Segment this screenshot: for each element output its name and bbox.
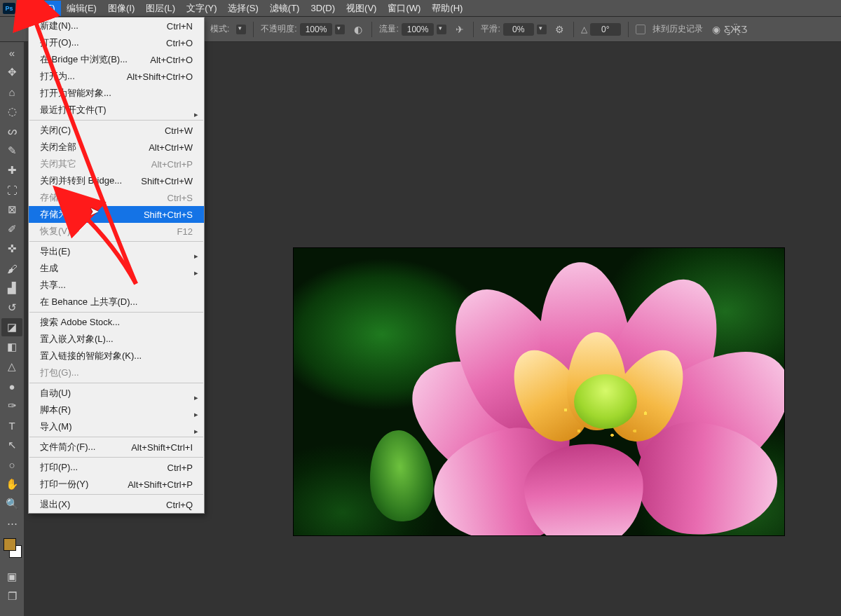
file-menu-item-4[interactable]: 打开为智能对象... <box>29 85 204 102</box>
menu-item-label: 搜索 Adobe Stock... <box>40 316 120 329</box>
file-menu-item-26[interactable]: 脚本(R) <box>29 402 204 418</box>
file-menu-item-5[interactable]: 最近打开文件(T) <box>29 102 204 118</box>
menu-item-label: 在 Behance 上共享(D)... <box>40 296 137 308</box>
tool-path[interactable]: ↖ <box>1 436 22 454</box>
file-menu-item-3[interactable]: 打开为...Alt+Shift+Ctrl+O <box>29 68 204 85</box>
pressure-size-icon[interactable]: ◉ <box>710 23 723 36</box>
menu-item-label: 文件简介(F)... <box>40 441 95 453</box>
smooth-label: 平滑: <box>481 23 500 35</box>
menu-view[interactable]: 视图(V) <box>341 1 382 16</box>
pressure-opacity-icon[interactable]: ◐ <box>352 23 364 36</box>
color-swatches[interactable] <box>2 538 22 558</box>
menu-select[interactable]: 选择(S) <box>222 1 264 16</box>
flow-dropdown[interactable] <box>437 25 446 34</box>
tool-eyedropper[interactable]: ✐ <box>1 220 22 238</box>
file-menu-item-20[interactable]: 搜索 Adobe Stock... <box>29 314 204 331</box>
menu-item-label: 导出(E) <box>40 245 70 258</box>
menu-file[interactable]: 文件(F) <box>20 1 61 16</box>
tool-eraser[interactable]: ◪ <box>1 318 22 336</box>
tool-heal[interactable]: ✚ <box>1 161 22 179</box>
toolbox: « ✥ ⌂ ◌ ᔕ ✎ ✚ ⛶ ⊠ ✐ ✜ 🖌 ▟ ↺ ◪ ◧ △ ● ✑ T … <box>0 42 24 605</box>
screenmode-icon[interactable]: ❐ <box>1 587 22 605</box>
menu-3d[interactable]: 3D(D) <box>305 1 341 15</box>
tool-lasso[interactable]: ᔕ <box>1 122 22 140</box>
menu-item-shortcut: Shift+Ctrl+S <box>144 210 193 220</box>
menu-item-shortcut: Ctrl+S <box>167 193 193 203</box>
mode-label: 模式: <box>210 23 229 35</box>
tool-paint[interactable]: 🖌 <box>1 259 22 278</box>
file-menu-item-1[interactable]: 打开(O)...Ctrl+O <box>29 34 204 51</box>
opacity-value[interactable]: 100% <box>300 23 333 36</box>
file-menu-item-15[interactable]: 导出(E) <box>29 243 204 260</box>
menu-type[interactable]: 文字(Y) <box>181 1 222 16</box>
smooth-gear-icon[interactable]: ⚙ <box>554 23 566 36</box>
menu-item-label: 共享... <box>40 279 66 292</box>
menu-item-label: 置入嵌入对象(L)... <box>40 333 114 345</box>
tool-gradient[interactable]: ◧ <box>1 338 22 356</box>
quickmask-icon[interactable]: ▣ <box>1 568 22 586</box>
file-dropdown: 新建(N)...Ctrl+N打开(O)...Ctrl+O在 Bridge 中浏览… <box>28 17 205 514</box>
file-menu-item-7[interactable]: 关闭(C)Ctrl+W <box>29 122 204 139</box>
symmetry-icon[interactable]: Ƹ̵̡Ӝ̵̨̄Ʒ <box>730 23 742 36</box>
document-canvas[interactable] <box>294 248 784 535</box>
tool-brush[interactable]: ✎ <box>1 142 22 160</box>
collapse-icon[interactable]: « <box>1 43 22 62</box>
tool-spot-heal[interactable]: ✜ <box>1 240 22 258</box>
tool-pen[interactable]: ✑ <box>1 397 22 415</box>
tool-artboard[interactable]: ⌂ <box>1 83 22 101</box>
menu-image[interactable]: 图像(I) <box>102 1 140 16</box>
angle-value[interactable]: 0° <box>590 23 621 36</box>
file-menu-item-12[interactable]: 存储为(A)...Shift+Ctrl+S <box>29 206 204 223</box>
file-menu-item-27[interactable]: 导入(M) <box>29 418 204 435</box>
menu-item-label: 生成 <box>40 262 58 275</box>
menu-item-label: 打开(O)... <box>40 36 79 49</box>
menu-item-shortcut: Shift+Ctrl+W <box>141 176 193 186</box>
tool-shape[interactable]: ○ <box>1 456 22 474</box>
menu-filter[interactable]: 滤镜(T) <box>264 1 306 16</box>
file-menu-item-31[interactable]: 打印(P)...Ctrl+P <box>29 459 204 476</box>
tool-stamp[interactable]: ▟ <box>1 279 22 297</box>
menu-layer[interactable]: 图层(L) <box>140 1 181 16</box>
file-menu-item-2[interactable]: 在 Bridge 中浏览(B)...Alt+Ctrl+O <box>29 51 204 68</box>
menu-item-label: 关闭(C) <box>40 124 71 137</box>
file-menu-item-34[interactable]: 退出(X)Ctrl+Q <box>29 496 204 513</box>
mode-dropdown[interactable] <box>236 25 246 34</box>
tool-hand[interactable]: ✋ <box>1 475 22 493</box>
tool-history-brush[interactable]: ↺ <box>1 299 22 317</box>
tool-marquee[interactable]: ◌ <box>1 102 22 121</box>
file-menu-item-16[interactable]: 生成 <box>29 260 204 277</box>
tool-type[interactable]: T <box>1 416 22 434</box>
menu-item-label: 脚本(R) <box>40 404 71 416</box>
file-menu-item-18[interactable]: 在 Behance 上共享(D)... <box>29 294 204 310</box>
opacity-dropdown[interactable] <box>335 25 345 34</box>
file-menu-item-17[interactable]: 共享... <box>29 277 204 294</box>
file-menu-item-22[interactable]: 置入链接的智能对象(K)... <box>29 348 204 364</box>
file-menu-item-23: 打包(G)... <box>29 364 204 381</box>
smooth-dropdown[interactable] <box>537 25 547 34</box>
flow-value[interactable]: 100% <box>402 23 435 36</box>
menu-edit[interactable]: 编辑(E) <box>61 1 102 16</box>
tool-zoom[interactable]: 🔍 <box>1 495 22 513</box>
file-menu-item-21[interactable]: 置入嵌入对象(L)... <box>29 331 204 348</box>
tool-move[interactable]: ✥ <box>1 63 22 81</box>
menu-help[interactable]: 帮助(H) <box>426 1 468 16</box>
file-menu-item-0[interactable]: 新建(N)...Ctrl+N <box>29 18 204 34</box>
file-menu-item-25[interactable]: 自动(U) <box>29 385 204 402</box>
file-menu-item-8[interactable]: 关闭全部Alt+Ctrl+W <box>29 139 204 156</box>
file-menu-item-13: 恢复(V)F12 <box>29 223 204 240</box>
file-menu-item-29[interactable]: 文件简介(F)...Alt+Shift+Ctrl+I <box>29 439 204 456</box>
file-menu-item-10[interactable]: 关闭并转到 Bridge...Shift+Ctrl+W <box>29 172 204 189</box>
smooth-value[interactable]: 0% <box>503 23 534 36</box>
menu-window[interactable]: 窗口(W) <box>382 1 426 16</box>
tool-more[interactable]: ⋯ <box>1 514 22 533</box>
tool-dodge[interactable]: ● <box>1 377 22 395</box>
file-menu-item-32[interactable]: 打印一份(Y)Alt+Shift+Ctrl+P <box>29 476 204 493</box>
opacity-label: 不透明度: <box>261 23 296 35</box>
airbrush-icon[interactable]: ✈ <box>453 23 466 36</box>
tool-frame[interactable]: ⊠ <box>1 200 22 219</box>
menu-item-label: 关闭其它 <box>40 158 76 170</box>
foreground-swatch[interactable] <box>4 538 16 551</box>
tool-crop[interactable]: ⛶ <box>1 181 22 199</box>
tool-blur[interactable]: △ <box>1 357 22 376</box>
history-checkbox[interactable] <box>636 25 645 34</box>
